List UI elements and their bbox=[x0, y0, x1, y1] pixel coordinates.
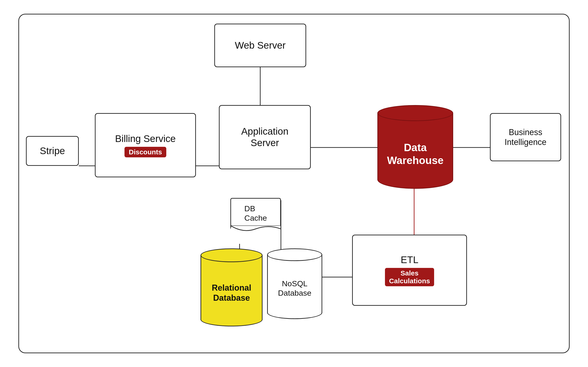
data-warehouse-cylinder: DataWarehouse bbox=[377, 105, 453, 189]
nosql-db-node: NoSQLDatabase bbox=[267, 248, 322, 319]
relational-db-cylinder: RelationalDatabase bbox=[200, 248, 262, 326]
stripe-box: Stripe bbox=[26, 136, 79, 166]
data-warehouse-node: DataWarehouse bbox=[377, 105, 453, 189]
billing-service-box: Billing Service Discounts bbox=[95, 113, 196, 177]
nosql-db-label: NoSQLDatabase bbox=[278, 275, 311, 298]
data-warehouse-body: DataWarehouse bbox=[377, 113, 453, 189]
db-cache-rect: DBCache bbox=[230, 198, 281, 228]
db-cache-wave bbox=[230, 225, 281, 235]
etl-badge: SalesCalculations bbox=[385, 268, 434, 286]
diagram-container: Web Server Stripe Billing Service Discou… bbox=[18, 14, 570, 353]
stripe-node: Stripe bbox=[26, 136, 79, 166]
app-server-box: ApplicationServer bbox=[219, 105, 311, 169]
nosql-db-cylinder: NoSQLDatabase bbox=[267, 248, 322, 319]
business-intel-box: BusinessIntelligence bbox=[490, 113, 561, 161]
relational-db-node: RelationalDatabase bbox=[200, 248, 262, 326]
billing-service-badge: Discounts bbox=[124, 147, 166, 157]
db-cache-label: DBCache bbox=[244, 204, 267, 223]
data-warehouse-top bbox=[377, 105, 453, 121]
app-server-label: ApplicationServer bbox=[241, 126, 288, 149]
web-server-label: Web Server bbox=[235, 40, 286, 51]
data-warehouse-label: DataWarehouse bbox=[387, 134, 443, 167]
etl-label: ETL bbox=[401, 254, 418, 266]
web-server-node: Web Server bbox=[214, 24, 306, 67]
billing-service-node: Billing Service Discounts bbox=[95, 113, 196, 177]
app-server-node: ApplicationServer bbox=[219, 105, 311, 169]
business-intel-label: BusinessIntelligence bbox=[505, 127, 546, 147]
db-cache-node: DBCache bbox=[230, 198, 281, 235]
etl-box: ETL SalesCalculations bbox=[352, 235, 467, 306]
nosql-db-body: NoSQLDatabase bbox=[267, 255, 322, 319]
db-cache-shape: DBCache bbox=[230, 198, 281, 235]
relational-db-label: RelationalDatabase bbox=[212, 278, 251, 302]
business-intel-node: BusinessIntelligence bbox=[490, 113, 561, 161]
billing-service-label: Billing Service bbox=[115, 133, 176, 144]
relational-db-top bbox=[200, 248, 262, 262]
stripe-label: Stripe bbox=[40, 145, 65, 157]
web-server-box: Web Server bbox=[214, 24, 306, 67]
nosql-db-top bbox=[267, 248, 322, 261]
etl-node: ETL SalesCalculations bbox=[352, 235, 467, 306]
relational-db-body: RelationalDatabase bbox=[200, 255, 262, 326]
